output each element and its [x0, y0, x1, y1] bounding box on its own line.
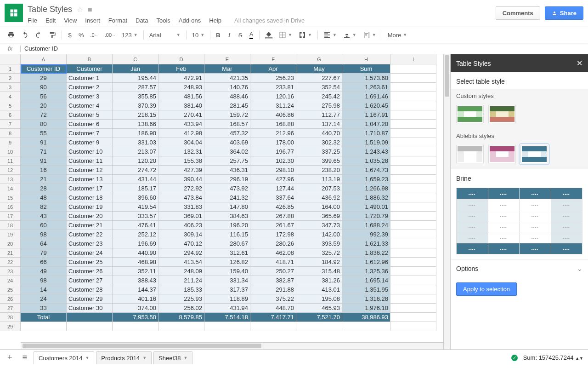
col-header-H[interactable]: H: [342, 54, 390, 64]
cell[interactable]: 337.25: [296, 147, 342, 156]
number-format-menu[interactable]: 123▼: [119, 31, 141, 40]
style-swatch-brine[interactable]: [520, 145, 548, 163]
total-cell[interactable]: 7,953.50: [113, 313, 158, 322]
cell[interactable]: Customer 13: [67, 175, 113, 184]
cell[interactable]: 1,695.14: [342, 276, 390, 285]
cell[interactable]: 1,266.98: [342, 184, 390, 193]
row-header[interactable]: 29: [0, 322, 21, 331]
style-swatch-magenta[interactable]: [488, 145, 516, 163]
cell[interactable]: [21, 322, 67, 331]
cell[interactable]: [390, 276, 436, 285]
cell[interactable]: 448.70: [250, 304, 296, 313]
cell[interactable]: 1,047.20: [342, 120, 390, 129]
cell[interactable]: 280.67: [204, 239, 250, 248]
cell[interactable]: 396.60: [113, 193, 158, 202]
row-header[interactable]: 13: [0, 175, 21, 184]
cell[interactable]: 419.54: [113, 202, 158, 212]
row-header[interactable]: 22: [0, 258, 21, 267]
row-header[interactable]: 28: [0, 313, 21, 322]
cell[interactable]: [390, 322, 436, 331]
row-header[interactable]: 9: [0, 138, 21, 147]
cell[interactable]: [390, 129, 436, 138]
cell[interactable]: 462.08: [250, 248, 296, 258]
cell[interactable]: 370.39: [113, 101, 158, 110]
cell[interactable]: 412.98: [158, 129, 204, 138]
cell[interactable]: 481.56: [158, 92, 204, 101]
cell[interactable]: 79: [21, 248, 67, 258]
cell[interactable]: 427.39: [158, 166, 204, 175]
cell[interactable]: [390, 313, 436, 322]
row-header[interactable]: 25: [0, 285, 21, 294]
header-cell[interactable]: Sum: [342, 64, 390, 74]
row-header[interactable]: 7: [0, 120, 21, 129]
cell[interactable]: 473.84: [158, 193, 204, 202]
text-color-button[interactable]: A: [246, 29, 256, 40]
cell[interactable]: [390, 285, 436, 294]
cell[interactable]: 1,612.96: [342, 258, 390, 267]
cell[interactable]: 1,976.10: [342, 304, 390, 313]
cell[interactable]: [390, 184, 436, 193]
cell[interactable]: [390, 212, 436, 221]
menu-format[interactable]: Format: [108, 17, 127, 24]
cell[interactable]: 195.44: [113, 74, 158, 83]
cell[interactable]: 274.72: [113, 166, 158, 175]
cell[interactable]: 256.02: [158, 304, 204, 313]
cell[interactable]: 56: [21, 92, 67, 101]
tab-menu-icon[interactable]: ▼: [85, 356, 89, 360]
col-header-I[interactable]: I: [390, 54, 436, 64]
row-header[interactable]: 3: [0, 83, 21, 92]
cell[interactable]: 140.76: [204, 83, 250, 92]
cell[interactable]: 1,886.32: [342, 193, 390, 202]
cell[interactable]: 382.87: [250, 276, 296, 285]
col-header-B[interactable]: B: [67, 54, 113, 64]
cell[interactable]: 992.39: [342, 230, 390, 239]
sum-status[interactable]: Sum: 157425.7244 ▲▼: [523, 354, 583, 361]
cell[interactable]: 184.92: [296, 258, 342, 267]
cell[interactable]: 355.85: [113, 92, 158, 101]
wrap-button[interactable]: ▼: [360, 30, 379, 40]
cell[interactable]: 91: [21, 156, 67, 166]
cell[interactable]: 33: [21, 304, 67, 313]
cell[interactable]: 281.45: [204, 101, 250, 110]
cell[interactable]: 440.90: [113, 248, 158, 258]
header-cell[interactable]: May: [296, 64, 342, 74]
cell[interactable]: 315.48: [296, 267, 342, 276]
cell[interactable]: 238.20: [296, 166, 342, 175]
cell[interactable]: 196.77: [250, 147, 296, 156]
cell[interactable]: 470.12: [158, 239, 204, 248]
cell[interactable]: 245.42: [296, 92, 342, 101]
cell[interactable]: Customer 23: [67, 239, 113, 248]
row-header[interactable]: 21: [0, 248, 21, 258]
cell[interactable]: [390, 138, 436, 147]
cell[interactable]: 1,167.91: [342, 110, 390, 120]
cell[interactable]: 137.14: [296, 120, 342, 129]
cell[interactable]: 16: [21, 166, 67, 175]
cell[interactable]: 241.32: [204, 193, 250, 202]
cell[interactable]: 102.30: [250, 156, 296, 166]
cell[interactable]: 120.16: [250, 92, 296, 101]
cell[interactable]: 270.41: [158, 110, 204, 120]
cell[interactable]: Customer 4: [67, 101, 113, 110]
cell[interactable]: 427.96: [250, 175, 296, 184]
cell[interactable]: [67, 322, 113, 331]
cell[interactable]: 147.80: [204, 202, 250, 212]
cell[interactable]: 144.37: [113, 285, 158, 294]
cell[interactable]: 118.89: [204, 294, 250, 304]
cell[interactable]: 127.44: [250, 184, 296, 193]
row-header[interactable]: 11: [0, 156, 21, 166]
select-all-corner[interactable]: [0, 54, 21, 64]
col-header-F[interactable]: F: [250, 54, 296, 64]
cell[interactable]: [390, 248, 436, 258]
cell[interactable]: [390, 147, 436, 156]
cell[interactable]: 436.92: [296, 193, 342, 202]
total-cell[interactable]: 7,521.70: [296, 313, 342, 322]
cell[interactable]: Customer 6: [67, 120, 113, 129]
cell[interactable]: Customer 22: [67, 230, 113, 239]
cell[interactable]: Customer 25: [67, 258, 113, 267]
row-header[interactable]: 2: [0, 74, 21, 83]
cell[interactable]: Customer 18: [67, 193, 113, 202]
cell[interactable]: 159.40: [204, 267, 250, 276]
cell[interactable]: Customer 17: [67, 184, 113, 193]
cell[interactable]: [390, 239, 436, 248]
cell[interactable]: 440.70: [296, 129, 342, 138]
